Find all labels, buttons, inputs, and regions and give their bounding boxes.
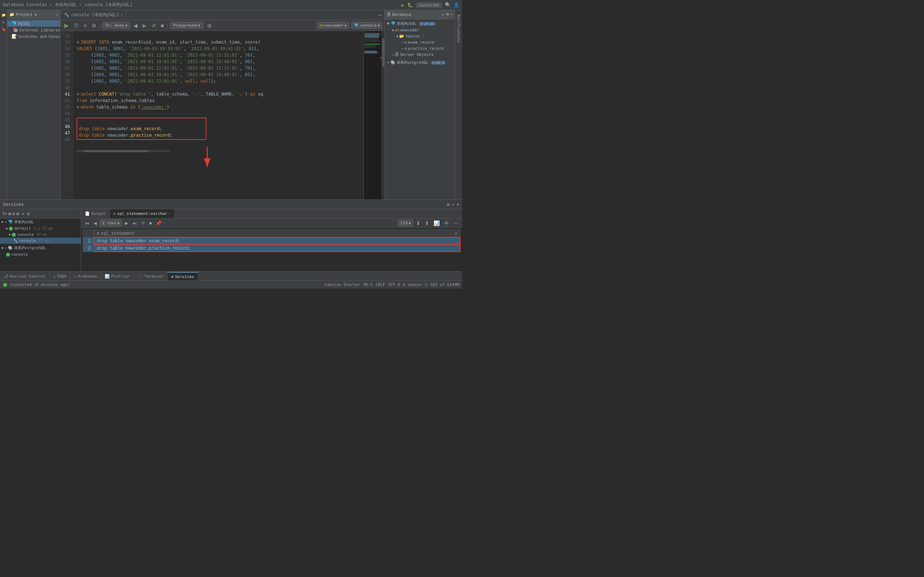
tab-console-mysql[interactable]: 🔧 console [本机MySQL] ×	[61, 10, 127, 20]
toolbar-divider-1	[100, 23, 100, 29]
prev-page-btn[interactable]: ◀	[92, 220, 98, 226]
profiler-tab[interactable]: 📊 Profiler	[101, 272, 134, 280]
results-content[interactable]: ⚙ sql_statement ⊕ 1 drop table newco	[81, 228, 462, 271]
console-dropdown[interactable]: 🐬 console ▼	[351, 22, 382, 29]
code-line-33: ⊕ INSERT INTO exam_record(uid, exam_id, …	[76, 39, 360, 45]
code-editor[interactable]: 32 33 34 35 36 37 38 39 40 41 42 43 44 4…	[61, 31, 384, 200]
first-page-btn[interactable]: ⏮	[83, 220, 90, 226]
services-tab[interactable]: ⚙ Services	[168, 272, 198, 280]
db-pg-root[interactable]: → 🐘 本机PostgreSQL 1 of 3	[385, 59, 455, 66]
profile-icon[interactable]: 👤	[454, 3, 459, 8]
db-server-objects[interactable]: → 🗄 Server Objects	[385, 52, 455, 58]
project-dropdown-icon[interactable]: ▼	[35, 13, 36, 16]
pin-btn[interactable]: 📌	[155, 220, 163, 226]
grid-view-button[interactable]: ⊞	[206, 22, 213, 29]
services-expand-icon[interactable]: ⊞	[8, 211, 11, 216]
download-btn[interactable]: ⬇	[415, 220, 422, 227]
history-button[interactable]: ⏱	[72, 22, 80, 29]
stop-button[interactable]: ■	[160, 22, 165, 29]
editor-area: 🔧 console [本机MySQL] × ⋯ ▶ ⏱ ≡ ⚙ Tx: Auto…	[61, 10, 384, 200]
sql-statement-header[interactable]: ⚙ sql_statement ⊕	[94, 230, 460, 238]
project-icon[interactable]: 📁	[0, 11, 7, 18]
vertical-scrollbar[interactable]	[381, 31, 384, 200]
services-options-icon[interactable]: ⋯	[452, 202, 454, 207]
svc-mysql-icon: →	[4, 220, 7, 224]
console-arrow: ▼	[378, 24, 380, 27]
next-run-button[interactable]: ▶	[141, 22, 148, 29]
db-practice-record-table[interactable]: → ⊞ practice_record	[385, 45, 455, 52]
upload-btn[interactable]: ⬆	[423, 220, 431, 227]
code-content[interactable]: ⊕ INSERT INTO exam_record(uid, exam_id, …	[74, 31, 363, 200]
terminal-tab[interactable]: ⬛ Terminal	[134, 272, 168, 280]
services-console-item[interactable]: 🔧 console 37 ms	[0, 238, 81, 244]
structure-icon[interactable]: ≡	[0, 19, 7, 25]
code-line-34: VALUES (1001, 9001, '2021-09-01 09:01:01…	[76, 45, 360, 52]
mysql-icon: 🐬	[11, 21, 17, 26]
playground-button[interactable]: Playground ▼	[170, 22, 204, 29]
services-view-icon[interactable]: ⊡	[27, 211, 30, 216]
db-mysql-root[interactable]: ▼ 🐬 本机MySQL 1 of 11	[385, 20, 455, 27]
result-cell-1[interactable]: drop table newcoder.exam_record;	[94, 237, 460, 245]
csv-dropdown[interactable]: CSV ▼	[398, 220, 413, 226]
settings-button[interactable]: ⚙	[90, 22, 98, 29]
result-table: ⚙ sql_statement ⊕ 1 drop table newco	[82, 229, 460, 252]
rows-dropdown[interactable]: 2 rows ▼	[100, 220, 122, 226]
notifications-tab[interactable]: Notifications	[456, 11, 461, 45]
tree-item-mysql[interactable]: ▶ 🐬 MySQL	[7, 20, 60, 27]
db-newcoder-schema[interactable]: ▼ 🗃 newcoder	[385, 27, 455, 33]
run-icon[interactable]: ▶	[401, 2, 404, 8]
sql-tab[interactable]: ⊞ sql_statement:varchar ×	[110, 209, 175, 218]
next-page-btn[interactable]: ▶	[123, 220, 129, 226]
problems-tab[interactable]: ⚠ Problems	[70, 272, 101, 280]
version-control-tab[interactable]: ⎇ Version Control	[0, 272, 50, 280]
tree-item-external-libs[interactable]: 📚 External Libraries	[7, 27, 60, 33]
horizontal-scrollbar[interactable]	[76, 150, 170, 152]
scratches-icon: 📝	[11, 34, 17, 39]
refresh-btn[interactable]: ↺	[140, 220, 146, 226]
services-close-icon[interactable]: ✕	[457, 202, 459, 207]
debug-icon[interactable]: 🐛	[407, 3, 413, 8]
more-options-btn[interactable]: ⋯	[452, 220, 460, 227]
run-button[interactable]: ▶	[63, 21, 70, 29]
tx-dropdown-arrow: ▼	[125, 24, 127, 27]
tree-item-scratches[interactable]: → 📝 Scratches and Consoles	[7, 33, 60, 40]
todo-tab[interactable]: ☑ TODO	[50, 272, 70, 280]
bookmarks-icon[interactable]: 🔖	[0, 26, 7, 32]
tab-bar-options[interactable]: ⋯	[379, 12, 384, 18]
result-row-1[interactable]: 1 drop table newcoder.exam_record;	[83, 237, 460, 245]
last-page-btn[interactable]: ⏭	[131, 220, 138, 226]
db-tables-folder[interactable]: ▼ 📂 tables 2	[385, 33, 455, 39]
services-settings-icon[interactable]: ⚙	[447, 202, 449, 207]
services-grid-icon[interactable]: ⊞	[16, 211, 19, 216]
sql-tab-close[interactable]: ×	[168, 212, 171, 216]
db-add-icon[interactable]: ＋	[441, 12, 445, 17]
col-sort-icon[interactable]: ⊕	[455, 232, 457, 235]
services-collapse-icon[interactable]: ⊟	[12, 211, 15, 216]
services-pg-console[interactable]: ⬤ console	[0, 251, 81, 258]
rollback-button[interactable]: ↺	[150, 22, 157, 29]
result-row-2[interactable]: 2 drop table newcoder.practice_record;	[83, 245, 460, 252]
services-console-group[interactable]: ▼ ⬤ console 37 ms	[0, 232, 81, 238]
tx-dropdown[interactable]: Tx: Auto ▼	[102, 22, 129, 29]
db-schema-icon: 🗃	[395, 28, 399, 32]
db-options-icon[interactable]: ⋯	[450, 12, 452, 17]
svc-console-arrow: ▼	[9, 233, 10, 237]
project-options-icon[interactable]: ⋯	[56, 12, 58, 17]
services-pg-root[interactable]: ▼ → 🐘 本机PostgreSQL	[0, 245, 81, 251]
stop-result-btn[interactable]: ■	[148, 220, 153, 226]
services-mysql-root[interactable]: ▼ → 🐬 本机MySQL	[0, 219, 81, 226]
db-expand-icon[interactable]: ⊞	[446, 12, 449, 17]
services-default-node[interactable]: ▼ ⬤ default 1 s 71 ms	[0, 226, 81, 232]
prev-button[interactable]: ◀	[132, 22, 139, 29]
db-exam-record-table[interactable]: → ⊞ exam_record	[385, 39, 455, 45]
current-file-button[interactable]: Current File	[416, 2, 442, 8]
tab-close-icon[interactable]: ×	[121, 13, 123, 17]
chart-btn[interactable]: 📊	[432, 220, 441, 227]
services-add-icon[interactable]: ＋	[21, 211, 26, 217]
newcoder-dropdown[interactable]: 🗃 newcoder ▼	[317, 22, 349, 29]
output-tab[interactable]: 📄 Output	[81, 209, 110, 218]
result-cell-2[interactable]: drop table newcoder.practice_record;	[94, 245, 460, 252]
eye-btn[interactable]: 👁	[443, 220, 451, 227]
search-icon[interactable]: 🔍	[445, 2, 451, 8]
format-button[interactable]: ≡	[82, 22, 88, 29]
